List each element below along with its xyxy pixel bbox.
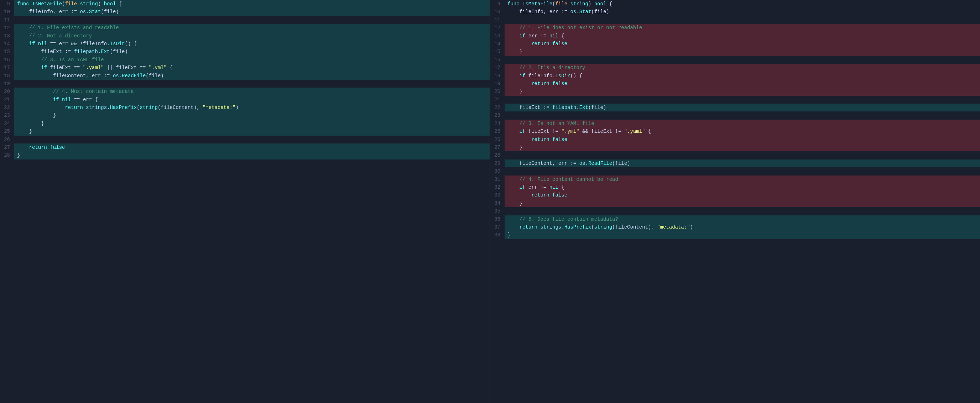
line-row: 21 if nil == err { [0, 96, 490, 103]
line-code: } [14, 111, 490, 119]
line-code: } [504, 231, 980, 239]
line-code [504, 207, 980, 215]
line-code: fileInfo, err := os.Stat(file) [504, 8, 980, 16]
line-number: 10 [0, 8, 14, 16]
line-row: 33 return false [490, 191, 980, 199]
line-row: 22 return strings.HasPrefix(string(fileC… [0, 103, 490, 111]
line-number: 29 [490, 160, 504, 167]
line-number: 19 [0, 80, 14, 87]
line-number: 15 [490, 48, 504, 56]
line-row: 23 [490, 111, 980, 119]
line-number: 16 [0, 56, 14, 64]
line-row: 25 } [0, 127, 490, 135]
line-row: 10 fileInfo, err := os.Stat(file) [0, 8, 490, 16]
line-code: } [14, 151, 490, 159]
line-code: if fileInfo.IsDir() { [504, 72, 980, 80]
line-number: 17 [490, 64, 504, 71]
line-number: 31 [490, 176, 504, 183]
line-row: 32 if err != nil { [490, 183, 980, 191]
line-row: 20 // 4. Must contain metadata [0, 87, 490, 95]
line-row: 12 // 1. File exists and readable [0, 24, 490, 32]
line-number: 27 [490, 143, 504, 151]
right-pane: 9 func IsMetaFile(file string) bool { 10… [490, 0, 980, 403]
line-number: 24 [0, 120, 14, 127]
line-row: 24 // 3. Is not an YAML file [490, 120, 980, 127]
line-code: return false [504, 80, 980, 87]
line-number: 18 [0, 72, 14, 80]
line-number: 26 [490, 136, 504, 143]
line-row: 26 return false [490, 136, 980, 143]
line-code: return false [14, 143, 490, 151]
line-number: 12 [490, 24, 504, 32]
line-row: 24 } [0, 120, 490, 127]
line-code [504, 56, 980, 64]
line-number: 30 [490, 167, 504, 175]
line-row: 13 if err != nil { [490, 32, 980, 40]
line-code: if fileExt != ".yml" && fileExt != ".yam… [504, 127, 980, 135]
line-number: 15 [0, 48, 14, 56]
line-row: 13 // 2. Not a directory [0, 32, 490, 40]
line-number: 24 [490, 120, 504, 127]
line-code: } [504, 87, 980, 95]
line-number: 36 [490, 216, 504, 223]
line-row: 17 // 2. It's a directory [490, 64, 980, 71]
line-number: 28 [490, 151, 504, 159]
line-code [504, 96, 980, 103]
left-code-table: 9 func IsMetaFile(file string) bool { 10… [0, 0, 490, 160]
line-row: 31 // 4. File content cannot be read [490, 176, 980, 183]
line-row: 12 // 1. File does not exist or not read… [490, 24, 980, 32]
line-row: 18 fileContent, err := os.ReadFile(file) [0, 72, 490, 80]
line-row: 11 [490, 16, 980, 24]
line-number: 14 [490, 40, 504, 48]
line-row: 34 } [490, 199, 980, 207]
line-number: 21 [0, 96, 14, 103]
line-row: 14 if nil == err && !fileInfo.IsDir() { [0, 40, 490, 48]
line-code: return false [504, 191, 980, 199]
line-number: 37 [490, 223, 504, 231]
line-code: } [14, 120, 490, 127]
line-row: 23 } [0, 111, 490, 119]
line-code: // 1. File exists and readable [14, 24, 490, 32]
line-row: 21 [490, 96, 980, 103]
line-code: fileContent, err := os.ReadFile(file) [504, 160, 980, 167]
line-code [504, 167, 980, 175]
line-row: 29 fileContent, err := os.ReadFile(file) [490, 160, 980, 167]
line-code [504, 151, 980, 159]
line-row: 22 fileExt := filepath.Ext(file) [490, 103, 980, 111]
line-number: 17 [0, 64, 14, 71]
line-row: 15 fileExt := filepath.Ext(file) [0, 48, 490, 56]
line-code [14, 136, 490, 143]
line-code: // 4. File content cannot be read [504, 176, 980, 183]
line-number: 33 [490, 191, 504, 199]
line-number: 9 [490, 0, 504, 8]
line-number: 35 [490, 207, 504, 215]
line-row: 28 } [0, 151, 490, 159]
line-code: } [14, 127, 490, 135]
line-number: 23 [490, 111, 504, 119]
line-code [504, 111, 980, 119]
line-row: 15 } [490, 48, 980, 56]
right-code-table: 9 func IsMetaFile(file string) bool { 10… [490, 0, 980, 239]
line-number: 19 [490, 80, 504, 87]
line-number: 22 [490, 103, 504, 111]
line-code [504, 16, 980, 24]
line-row: 9 func IsMetaFile(file string) bool { [490, 0, 980, 8]
line-code: fileExt := filepath.Ext(file) [504, 103, 980, 111]
line-number: 13 [0, 32, 14, 40]
line-code: if nil == err && !fileInfo.IsDir() { [14, 40, 490, 48]
line-code: // 4. Must contain metadata [14, 87, 490, 95]
line-row: 16 [490, 56, 980, 64]
line-number: 20 [490, 87, 504, 95]
line-code: if fileExt == ".yaml" || fileExt == ".ym… [14, 64, 490, 71]
line-row: 10 fileInfo, err := os.Stat(file) [490, 8, 980, 16]
line-code: // 5. Does file contain metadata? [504, 216, 980, 223]
line-code: // 2. Not a directory [14, 32, 490, 40]
line-number: 18 [490, 72, 504, 80]
line-row: 9 func IsMetaFile(file string) bool { [0, 0, 490, 8]
line-row: 36 // 5. Does file contain metadata? [490, 216, 980, 223]
line-number: 10 [490, 8, 504, 16]
line-code: return strings.HasPrefix(string(fileCont… [14, 103, 490, 111]
line-row: 16 // 3. Is an YAML file [0, 56, 490, 64]
line-row: 14 return false [490, 40, 980, 48]
line-code: // 2. It's a directory [504, 64, 980, 71]
